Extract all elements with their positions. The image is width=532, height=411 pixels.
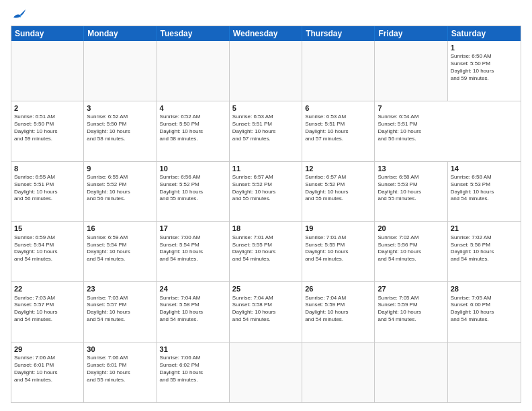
day-cell: 1Sunrise: 6:50 AM Sunset: 5:50 PM Daylig… bbox=[448, 41, 521, 101]
day-header-wednesday: Wednesday bbox=[230, 26, 302, 41]
day-cell: 30Sunrise: 7:06 AM Sunset: 6:01 PM Dayli… bbox=[84, 342, 157, 402]
day-info: Sunrise: 7:00 AM Sunset: 5:54 PM Dayligh… bbox=[160, 234, 226, 263]
day-header-tuesday: Tuesday bbox=[157, 26, 230, 41]
day-cell: 20Sunrise: 7:02 AM Sunset: 5:56 PM Dayli… bbox=[375, 222, 447, 281]
day-info: Sunrise: 7:02 AM Sunset: 5:56 PM Dayligh… bbox=[378, 234, 444, 263]
logo-bird-icon bbox=[12, 8, 27, 20]
day-cell: 5Sunrise: 6:53 AM Sunset: 5:51 PM Daylig… bbox=[230, 101, 302, 161]
day-cell: 31Sunrise: 7:06 AM Sunset: 6:02 PM Dayli… bbox=[157, 342, 230, 402]
day-cell: 24Sunrise: 7:04 AM Sunset: 5:58 PM Dayli… bbox=[157, 282, 230, 342]
day-number: 9 bbox=[87, 164, 153, 173]
day-info: Sunrise: 7:04 AM Sunset: 5:59 PM Dayligh… bbox=[305, 295, 371, 324]
day-info: Sunrise: 7:04 AM Sunset: 5:58 PM Dayligh… bbox=[160, 295, 226, 324]
day-cell bbox=[375, 342, 447, 402]
week-row-2: 2Sunrise: 6:51 AM Sunset: 5:50 PM Daylig… bbox=[11, 101, 521, 162]
day-info: Sunrise: 7:05 AM Sunset: 6:00 PM Dayligh… bbox=[451, 295, 518, 324]
day-cell: 25Sunrise: 7:04 AM Sunset: 5:58 PM Dayli… bbox=[230, 282, 302, 342]
day-cell: 11Sunrise: 6:57 AM Sunset: 5:52 PM Dayli… bbox=[230, 162, 302, 222]
day-cell: 8Sunrise: 6:55 AM Sunset: 5:51 PM Daylig… bbox=[11, 162, 84, 222]
day-cell: 21Sunrise: 7:02 AM Sunset: 5:56 PM Dayli… bbox=[448, 222, 521, 281]
calendar-header: SundayMondayTuesdayWednesdayThursdayFrid… bbox=[11, 26, 521, 41]
day-info: Sunrise: 6:52 AM Sunset: 5:50 PM Dayligh… bbox=[87, 113, 153, 142]
day-cell bbox=[448, 342, 521, 402]
day-info: Sunrise: 7:01 AM Sunset: 5:55 PM Dayligh… bbox=[305, 234, 371, 263]
week-row-5: 22Sunrise: 7:03 AM Sunset: 5:57 PM Dayli… bbox=[11, 282, 521, 342]
day-cell bbox=[302, 342, 375, 402]
day-cell: 15Sunrise: 6:59 AM Sunset: 5:54 PM Dayli… bbox=[11, 222, 84, 281]
day-cell: 19Sunrise: 7:01 AM Sunset: 5:55 PM Dayli… bbox=[302, 222, 375, 281]
week-row-3: 8Sunrise: 6:55 AM Sunset: 5:51 PM Daylig… bbox=[11, 162, 521, 222]
calendar-body: 1Sunrise: 6:50 AM Sunset: 5:50 PM Daylig… bbox=[11, 41, 521, 402]
day-cell bbox=[230, 342, 302, 402]
day-info: Sunrise: 6:58 AM Sunset: 5:53 PM Dayligh… bbox=[378, 174, 444, 203]
day-info: Sunrise: 7:06 AM Sunset: 6:02 PM Dayligh… bbox=[160, 355, 226, 383]
day-cell: 6Sunrise: 6:53 AM Sunset: 5:51 PM Daylig… bbox=[302, 101, 375, 161]
day-info: Sunrise: 6:57 AM Sunset: 5:52 PM Dayligh… bbox=[232, 174, 299, 203]
day-cell: 10Sunrise: 6:56 AM Sunset: 5:52 PM Dayli… bbox=[157, 162, 230, 222]
day-info: Sunrise: 6:50 AM Sunset: 5:50 PM Dayligh… bbox=[451, 53, 518, 82]
day-number: 25 bbox=[232, 284, 299, 293]
day-cell: 18Sunrise: 7:01 AM Sunset: 5:55 PM Dayli… bbox=[230, 222, 302, 281]
day-number: 28 bbox=[451, 284, 518, 293]
day-cell: 27Sunrise: 7:05 AM Sunset: 5:59 PM Dayli… bbox=[375, 282, 447, 342]
day-number: 4 bbox=[160, 103, 226, 113]
day-number: 19 bbox=[305, 224, 371, 233]
day-number: 30 bbox=[87, 345, 153, 354]
day-cell: 26Sunrise: 7:04 AM Sunset: 5:59 PM Dayli… bbox=[302, 282, 375, 342]
day-header-monday: Monday bbox=[84, 26, 157, 41]
day-cell: 4Sunrise: 6:52 AM Sunset: 5:50 PM Daylig… bbox=[157, 101, 230, 161]
day-number: 26 bbox=[305, 284, 371, 293]
week-row-1: 1Sunrise: 6:50 AM Sunset: 5:50 PM Daylig… bbox=[11, 41, 521, 101]
day-cell: 13Sunrise: 6:58 AM Sunset: 5:53 PM Dayli… bbox=[375, 162, 447, 222]
day-number: 22 bbox=[14, 284, 81, 293]
day-cell bbox=[302, 41, 375, 101]
day-cell bbox=[11, 41, 84, 101]
day-info: Sunrise: 7:05 AM Sunset: 5:59 PM Dayligh… bbox=[378, 295, 444, 324]
day-cell: 23Sunrise: 7:03 AM Sunset: 5:57 PM Dayli… bbox=[84, 282, 157, 342]
day-header-friday: Friday bbox=[375, 26, 447, 41]
day-number: 1 bbox=[451, 43, 518, 52]
week-row-6: 29Sunrise: 7:06 AM Sunset: 6:01 PM Dayli… bbox=[11, 342, 521, 402]
day-cell: 3Sunrise: 6:52 AM Sunset: 5:50 PM Daylig… bbox=[84, 101, 157, 161]
day-number: 17 bbox=[160, 224, 226, 233]
day-number: 14 bbox=[451, 164, 518, 173]
day-info: Sunrise: 7:06 AM Sunset: 6:01 PM Dayligh… bbox=[87, 355, 153, 383]
day-info: Sunrise: 7:03 AM Sunset: 5:57 PM Dayligh… bbox=[87, 295, 153, 324]
day-info: Sunrise: 6:55 AM Sunset: 5:51 PM Dayligh… bbox=[14, 174, 81, 203]
day-number: 23 bbox=[87, 284, 153, 293]
day-cell: 2Sunrise: 6:51 AM Sunset: 5:50 PM Daylig… bbox=[11, 101, 84, 161]
day-number: 11 bbox=[232, 164, 299, 173]
day-cell bbox=[157, 41, 230, 101]
day-number: 31 bbox=[160, 345, 226, 354]
day-cell: 22Sunrise: 7:03 AM Sunset: 5:57 PM Dayli… bbox=[11, 282, 84, 342]
day-cell bbox=[84, 41, 157, 101]
day-header-sunday: Sunday bbox=[11, 26, 84, 41]
day-info: Sunrise: 6:59 AM Sunset: 5:54 PM Dayligh… bbox=[14, 234, 81, 263]
day-number: 15 bbox=[14, 224, 81, 233]
page: SundayMondayTuesdayWednesdayThursdayFrid… bbox=[0, 0, 532, 411]
day-number: 8 bbox=[14, 164, 81, 173]
day-info: Sunrise: 6:59 AM Sunset: 5:54 PM Dayligh… bbox=[87, 234, 153, 263]
day-number: 10 bbox=[160, 164, 226, 173]
day-info: Sunrise: 6:53 AM Sunset: 5:51 PM Dayligh… bbox=[232, 113, 299, 142]
day-info: Sunrise: 7:02 AM Sunset: 5:56 PM Dayligh… bbox=[451, 234, 518, 263]
week-row-4: 15Sunrise: 6:59 AM Sunset: 5:54 PM Dayli… bbox=[11, 222, 521, 282]
day-info: Sunrise: 6:57 AM Sunset: 5:52 PM Dayligh… bbox=[305, 174, 371, 203]
day-info: Sunrise: 7:01 AM Sunset: 5:55 PM Dayligh… bbox=[232, 234, 299, 263]
day-info: Sunrise: 7:03 AM Sunset: 5:57 PM Dayligh… bbox=[14, 295, 81, 324]
logo bbox=[11, 8, 27, 20]
day-header-thursday: Thursday bbox=[302, 26, 375, 41]
day-number: 13 bbox=[378, 164, 444, 173]
day-info: Sunrise: 6:58 AM Sunset: 5:53 PM Dayligh… bbox=[451, 174, 518, 203]
header bbox=[11, 8, 521, 20]
calendar: SundayMondayTuesdayWednesdayThursdayFrid… bbox=[11, 26, 521, 403]
day-number: 3 bbox=[87, 103, 153, 113]
day-number: 2 bbox=[14, 103, 81, 113]
day-cell: 12Sunrise: 6:57 AM Sunset: 5:52 PM Dayli… bbox=[302, 162, 375, 222]
day-cell bbox=[375, 41, 447, 101]
day-info: Sunrise: 6:52 AM Sunset: 5:50 PM Dayligh… bbox=[160, 113, 226, 142]
day-info: Sunrise: 6:53 AM Sunset: 5:51 PM Dayligh… bbox=[305, 113, 371, 142]
day-number: 5 bbox=[232, 103, 299, 113]
day-cell: 17Sunrise: 7:00 AM Sunset: 5:54 PM Dayli… bbox=[157, 222, 230, 281]
day-number: 21 bbox=[451, 224, 518, 233]
